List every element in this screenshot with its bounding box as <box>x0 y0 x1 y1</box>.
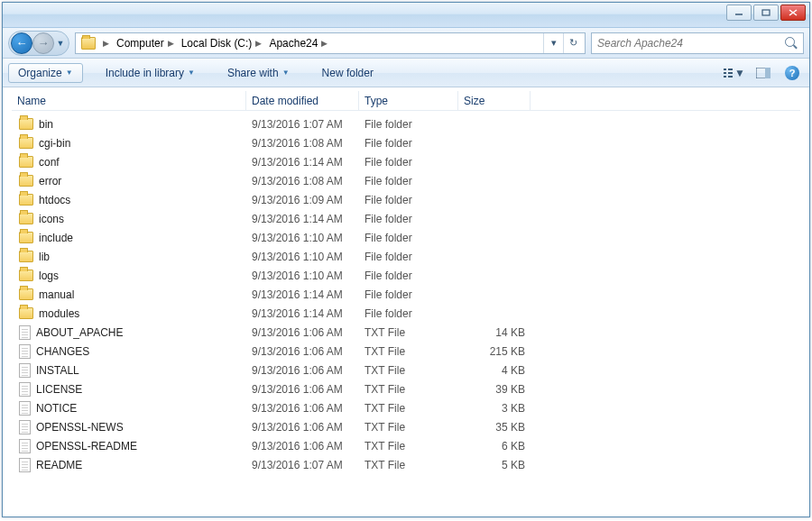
file-row[interactable]: INSTALL9/13/2016 1:06 AMTXT File4 KB <box>12 361 800 379</box>
file-date: 9/13/2016 1:09 AM <box>252 194 343 206</box>
file-name: cgi-bin <box>39 137 70 150</box>
file-row[interactable]: modules9/13/2016 1:14 AMFile folder <box>12 304 800 323</box>
header-date[interactable]: Date modified <box>246 91 359 110</box>
organize-label: Organize <box>18 67 62 79</box>
file-type: File folder <box>364 194 412 206</box>
file-name: icons <box>39 213 64 225</box>
file-date: 9/13/2016 1:10 AM <box>252 270 343 282</box>
breadcrumb-computer[interactable]: Computer ▶ <box>113 33 178 53</box>
file-icon <box>19 439 31 453</box>
file-name: conf <box>39 156 60 169</box>
file-type: File folder <box>364 213 412 225</box>
file-row[interactable]: manual9/13/2016 1:14 AMFile folder <box>12 285 800 304</box>
address-dropdown[interactable]: ▾ <box>543 33 563 53</box>
folder-icon <box>19 118 33 130</box>
file-row[interactable]: NOTICE9/13/2016 1:06 AMTXT File3 KB <box>12 398 800 417</box>
svg-rect-5 <box>728 69 733 70</box>
minimize-icon <box>734 9 743 16</box>
breadcrumb-drive[interactable]: Local Disk (C:) ▶ <box>178 33 266 53</box>
titlebar <box>3 3 809 28</box>
maximize-icon <box>761 9 770 16</box>
file-row[interactable]: htdocs9/13/2016 1:09 AMFile folder <box>12 190 800 209</box>
header-name[interactable]: Name <box>12 91 246 110</box>
file-size: 6 KB <box>502 440 525 452</box>
file-type: File folder <box>364 232 412 244</box>
file-row[interactable]: conf9/13/2016 1:14 AMFile folder <box>12 152 800 171</box>
file-row[interactable]: include9/13/2016 1:10 AMFile folder <box>12 228 800 247</box>
chevron-right-icon: ▶ <box>255 39 262 48</box>
close-button[interactable] <box>780 5 806 21</box>
preview-pane-button[interactable] <box>752 63 775 83</box>
toolbar: Organize ▼ Include in library ▼ Share wi… <box>3 59 809 87</box>
file-type: TXT File <box>364 364 405 377</box>
file-size: 39 KB <box>495 383 525 396</box>
file-row[interactable]: logs9/13/2016 1:10 AMFile folder <box>12 266 800 285</box>
file-name: bin <box>39 118 53 131</box>
refresh-button[interactable]: ↻ <box>563 33 583 53</box>
file-name: OPENSSL-README <box>36 440 137 452</box>
back-button[interactable]: ← <box>11 32 32 54</box>
file-name: manual <box>39 288 74 301</box>
include-label: Include in library <box>106 67 184 79</box>
forward-button[interactable]: → <box>32 32 54 54</box>
file-row[interactable]: LICENSE9/13/2016 1:06 AMTXT File39 KB <box>12 379 800 398</box>
file-size: 215 KB <box>490 345 525 358</box>
address-bar[interactable]: ▶ Computer ▶ Local Disk (C:) ▶ Apache24 … <box>75 32 586 54</box>
file-row[interactable]: ABOUT_APACHE9/13/2016 1:06 AMTXT File14 … <box>12 323 800 342</box>
view-options-button[interactable]: ▼ <box>723 63 746 83</box>
refresh-icon: ↻ <box>569 37 577 49</box>
file-row[interactable]: cgi-bin9/13/2016 1:08 AMFile folder <box>12 133 800 152</box>
file-date: 9/13/2016 1:06 AM <box>252 421 343 434</box>
file-icon <box>19 363 31 378</box>
share-with-button[interactable]: Share with ▼ <box>217 63 300 83</box>
include-in-library-button[interactable]: Include in library ▼ <box>96 63 205 83</box>
file-row[interactable]: OPENSSL-README9/13/2016 1:06 AMTXT File6… <box>12 436 800 455</box>
new-folder-button[interactable]: New folder <box>312 63 383 83</box>
file-type: File folder <box>364 270 412 282</box>
maximize-button[interactable] <box>753 5 779 21</box>
file-row[interactable]: error9/13/2016 1:08 AMFile folder <box>12 171 800 190</box>
breadcrumb-folder[interactable]: Apache24 ▶ <box>265 33 331 53</box>
breadcrumb-label: Local Disk (C:) <box>181 37 253 50</box>
file-row[interactable]: icons9/13/2016 1:14 AMFile folder <box>12 209 800 228</box>
folder-icon <box>19 194 33 206</box>
file-icon <box>19 382 31 397</box>
nav-history-dropdown[interactable]: ▼ <box>54 39 67 48</box>
chevron-down-icon: ▼ <box>282 69 290 77</box>
header-type[interactable]: Type <box>359 91 458 110</box>
chevron-right-icon: ▶ <box>103 39 109 48</box>
search-input[interactable] <box>597 37 785 50</box>
header-type-label: Type <box>364 95 388 107</box>
file-type: TXT File <box>364 440 405 452</box>
view-icon <box>724 68 733 78</box>
file-row[interactable]: README9/13/2016 1:07 AMTXT File5 KB <box>12 455 800 474</box>
file-size: 4 KB <box>502 364 525 377</box>
file-row[interactable]: bin9/13/2016 1:07 AMFile folder <box>12 114 800 133</box>
arrow-left-icon: ← <box>16 36 28 50</box>
minimize-button[interactable] <box>726 5 752 21</box>
file-row[interactable]: CHANGES9/13/2016 1:06 AMTXT File215 KB <box>12 342 800 361</box>
chevron-down-icon: ▼ <box>188 69 195 77</box>
folder-icon <box>81 37 96 50</box>
file-row[interactable]: OPENSSL-NEWS9/13/2016 1:06 AMTXT File35 … <box>12 417 800 436</box>
organize-button[interactable]: Organize ▼ <box>8 63 83 83</box>
file-date: 9/13/2016 1:06 AM <box>252 440 343 452</box>
column-headers: Name Date modified Type Size <box>12 91 800 111</box>
file-date: 9/13/2016 1:08 AM <box>252 175 343 187</box>
file-icon <box>19 401 31 416</box>
close-icon <box>789 9 798 16</box>
file-date: 9/13/2016 1:10 AM <box>252 232 343 244</box>
breadcrumb-label: Apache24 <box>269 37 318 50</box>
header-name-label: Name <box>17 95 46 107</box>
folder-icon <box>19 232 33 243</box>
breadcrumb-root[interactable]: ▶ <box>78 33 113 53</box>
preview-pane-icon <box>756 68 770 78</box>
chevron-down-icon: ▼ <box>734 67 745 79</box>
header-date-label: Date modified <box>252 95 318 107</box>
search-box[interactable] <box>591 32 804 54</box>
help-button[interactable]: ? <box>780 63 804 83</box>
file-icon <box>19 344 31 359</box>
header-size[interactable]: Size <box>458 91 531 110</box>
file-row[interactable]: lib9/13/2016 1:10 AMFile folder <box>12 247 800 266</box>
file-date: 9/13/2016 1:10 AM <box>252 251 343 263</box>
